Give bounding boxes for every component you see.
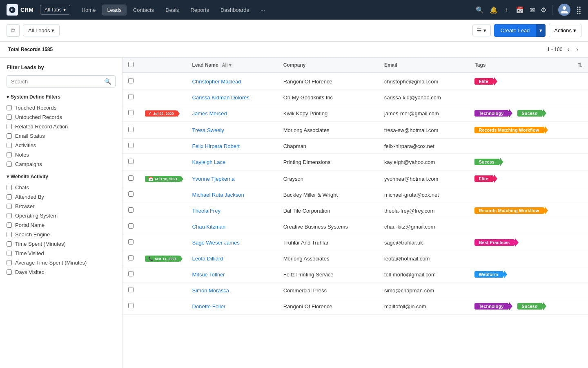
checkbox-portal-name[interactable] <box>7 222 12 228</box>
row-checkbox[interactable] <box>128 159 134 164</box>
header-company[interactable]: Company <box>278 58 379 73</box>
tag-elite[interactable]: Elite <box>474 175 492 182</box>
row-checkbox[interactable] <box>128 239 134 245</box>
filter-attended-by[interactable]: Attended By <box>7 192 116 202</box>
create-lead-split-button[interactable]: ▾ <box>536 24 546 37</box>
tag-webform[interactable]: Webform <box>474 271 502 278</box>
all-leads-button[interactable]: All Leads ▾ <box>23 25 60 36</box>
filter-time-spent[interactable]: Time Spent (Minutes) <box>7 239 116 249</box>
gear-icon[interactable]: ⚙ <box>541 6 546 14</box>
nav-reports[interactable]: Reports <box>185 4 214 16</box>
lead-name-link[interactable]: Leota Dilliard <box>192 256 223 262</box>
tag-records-workflow[interactable]: Records Matching Workflow <box>474 207 543 214</box>
row-checkbox[interactable] <box>128 287 134 292</box>
nav-leads[interactable]: Leads <box>102 4 126 16</box>
tag-technology[interactable]: Technology <box>474 303 508 310</box>
lead-name-link[interactable]: Mitsue Tollner <box>192 272 225 278</box>
filter-search-engine[interactable]: Search Engine <box>7 230 116 239</box>
nav-dashboards[interactable]: Dashboards <box>216 4 254 16</box>
checkbox-touched-records[interactable] <box>7 105 12 110</box>
tag-elite[interactable]: Elite <box>474 78 492 85</box>
lead-name-link[interactable]: Yvonne Tjepkema <box>192 176 235 182</box>
filter-activities[interactable]: Activities <box>7 141 116 150</box>
lead-name-link[interactable]: Carissa Kidman Dolores <box>192 94 249 101</box>
nav-deals[interactable]: Deals <box>160 4 184 16</box>
tag-success[interactable]: Sucess <box>517 110 541 117</box>
search-input[interactable] <box>11 79 104 85</box>
filter-email-status[interactable]: Email Status <box>7 131 116 141</box>
plus-icon[interactable]: ＋ <box>503 6 510 14</box>
row-checkbox[interactable] <box>128 143 134 148</box>
all-tabs-button[interactable]: All Tabs ▾ <box>40 5 70 15</box>
header-lead-name[interactable]: Lead Name All ▾ <box>187 58 278 73</box>
nav-more[interactable]: ··· <box>256 4 270 16</box>
activity-badge[interactable]: 📞Mar 11, 2021 <box>145 256 180 262</box>
filter-time-visited[interactable]: Time Visited <box>7 249 116 258</box>
filter-notes[interactable]: Notes <box>7 150 116 159</box>
filter-portal-name[interactable]: Portal Name <box>7 220 116 230</box>
calendar-icon[interactable]: 📅 <box>516 6 524 14</box>
header-email[interactable]: Email <box>379 58 469 73</box>
filter-chats[interactable]: Chats <box>7 183 116 192</box>
checkbox-attended-by[interactable] <box>7 194 12 200</box>
checkbox-chats[interactable] <box>7 185 12 190</box>
lead-name-link[interactable]: Chau Kitzman <box>192 224 226 230</box>
search-icon[interactable]: 🔍 <box>104 78 111 85</box>
row-checkbox[interactable] <box>128 191 134 197</box>
avatar[interactable] <box>558 4 570 16</box>
filter-related-record-action[interactable]: Related Record Action <box>7 122 116 131</box>
grid-icon[interactable]: ⣿ <box>576 5 581 14</box>
system-filters-title[interactable]: ▾ System Define Filters <box>7 94 116 100</box>
lead-name-link[interactable]: Kayleigh Lace <box>192 159 226 165</box>
row-checkbox[interactable] <box>128 78 134 83</box>
lead-name-link[interactable]: Christopher Maclead <box>192 79 241 85</box>
bell-icon[interactable]: 🔔 <box>490 6 498 14</box>
checkbox-time-visited[interactable] <box>7 251 12 256</box>
checkbox-email-status[interactable] <box>7 133 12 139</box>
filter-avg-time-spent[interactable]: Average Time Spent (Minutes) <box>7 258 116 267</box>
lead-name-link[interactable]: Sage Wieser James <box>192 240 240 246</box>
lead-name-link[interactable]: Tresa Sweely <box>192 127 224 133</box>
lead-name-link[interactable]: James Merced <box>192 110 227 117</box>
prev-page-button[interactable]: ‹ <box>566 45 571 54</box>
checkbox-untouched-records[interactable] <box>7 114 12 120</box>
lead-name-link[interactable]: Donette Foller <box>192 303 226 310</box>
checkbox-browser[interactable] <box>7 204 12 209</box>
checkbox-campaigns[interactable] <box>7 162 12 167</box>
filter-operating-system[interactable]: Operating System <box>7 211 116 220</box>
checkbox-time-spent[interactable] <box>7 241 12 247</box>
checkbox-search-engine[interactable] <box>7 232 12 237</box>
website-activity-title[interactable]: ▾ Website Activity <box>7 174 116 180</box>
filter-button[interactable]: ⧉ <box>7 24 20 37</box>
row-checkbox[interactable] <box>128 271 134 276</box>
row-checkbox[interactable] <box>128 127 134 132</box>
filter-browser[interactable]: Browser <box>7 202 116 211</box>
checkbox-avg-time-spent[interactable] <box>7 260 12 265</box>
row-checkbox[interactable] <box>128 303 134 308</box>
row-checkbox[interactable] <box>128 94 134 99</box>
activity-badge[interactable]: ✓Jul 22, 2020 <box>145 110 177 117</box>
tag-records-workflow[interactable]: Records Matching Workflow <box>474 127 543 133</box>
nav-contacts[interactable]: Contacts <box>128 4 159 16</box>
row-checkbox[interactable] <box>128 223 134 229</box>
checkbox-operating-system[interactable] <box>7 213 12 218</box>
row-checkbox[interactable] <box>128 175 134 181</box>
actions-button[interactable]: Actions ▾ <box>549 24 581 37</box>
next-page-button[interactable]: › <box>575 45 580 54</box>
mail-icon[interactable]: ✉ <box>530 6 535 14</box>
checkbox-activities[interactable] <box>7 143 12 148</box>
lead-name-filter[interactable]: All ▾ <box>220 62 234 68</box>
lead-name-link[interactable]: Felix Hirpara Robert <box>192 143 240 149</box>
tag-best-practices[interactable]: Best Practices <box>474 239 514 246</box>
view-toggle[interactable]: ☰ ▾ <box>472 25 491 36</box>
create-lead-button[interactable]: Create Lead <box>494 24 537 37</box>
activity-badge[interactable]: 📅FEB 18, 2021 <box>145 176 181 182</box>
tag-success[interactable]: Sucess <box>474 159 499 165</box>
checkbox-related-record-action[interactable] <box>7 124 12 129</box>
lead-name-link[interactable]: Michael Ruta Jackson <box>192 192 244 198</box>
lead-name-link[interactable]: Theola Frey <box>192 208 220 214</box>
header-tags[interactable]: Tags ⇅ <box>469 58 588 73</box>
select-all-checkbox[interactable] <box>128 62 134 67</box>
filter-campaigns[interactable]: Campaigns <box>7 159 116 169</box>
row-checkbox[interactable] <box>128 110 134 115</box>
